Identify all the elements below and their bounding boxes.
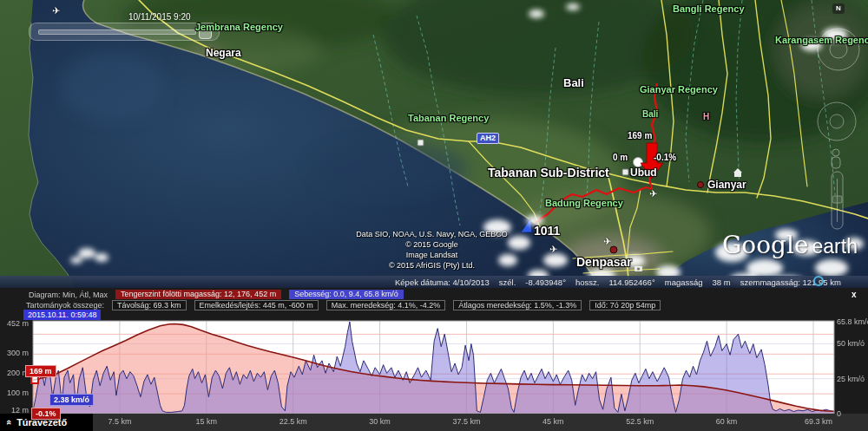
x-axis-end-tick: 69.3 km <box>772 417 832 426</box>
imagery-date: Képek dátuma: 4/10/2013 <box>395 278 490 287</box>
pegman-icon <box>832 149 840 168</box>
speed-axis-tick: 25 km/ó <box>837 375 868 383</box>
cursor-speed-badge: 2.38 km/ó <box>49 394 94 406</box>
tabanan-town-icon <box>418 140 424 146</box>
time-slider-track[interactable] <box>38 29 196 35</box>
elevation-axis-tick: 300 m <box>0 349 29 357</box>
elevation-profile-panel: Diagram: Min, Átl, Max Tengerszint fölöt… <box>0 288 868 431</box>
highway-ah2-badge: AH2 <box>477 133 499 144</box>
x-axis-tick: 22.5 km <box>272 417 315 426</box>
map-view[interactable]: 10/11/2015 9:20 N ✈ ✈ ✈ ✈ H AH2 Jembrana… <box>0 0 868 288</box>
airplane-icon: ✈ <box>603 236 611 247</box>
copyright-line: © 2015 Google <box>330 239 534 250</box>
google-earth-logo: Googleearth <box>722 231 858 259</box>
track-datetime-badge: 2015.10.11. 0:59:48 <box>23 310 101 320</box>
speed-axis-tick: 0 <box>837 409 868 418</box>
x-axis-tick: 60 km <box>705 417 748 426</box>
elevation-label: magasság <box>665 278 703 287</box>
sea-glint-2 <box>312 141 469 197</box>
ubud-town-icon <box>622 169 628 175</box>
longitude-value: 114.952466° <box>608 278 654 287</box>
compass-north-button[interactable]: N <box>832 3 845 14</box>
elevation-axis-tick: 12 m <box>0 406 29 415</box>
hospital-icon: H <box>703 112 709 121</box>
copyright-line: Image Landsat <box>330 250 534 260</box>
latitude-label: szél. <box>499 278 516 287</box>
speed-axis-tick: 65.8 km/ó <box>837 317 868 326</box>
longitude-label: hossz. <box>575 278 599 287</box>
copyright-block: Data SIO, NOAA, U.S. Navy, NGA, GEBCO © … <box>330 229 534 271</box>
sea-glint <box>61 52 165 121</box>
x-axis-tick: 52.5 km <box>618 417 661 426</box>
eye-altitude: szemmagasság: 121.95 km <box>740 278 841 287</box>
x-axis-tick: 37.5 km <box>444 417 488 426</box>
airplane-icon: ✈ <box>52 5 60 16</box>
elevation-axis-tick: 452 m <box>0 319 29 328</box>
elevation-axis-tick: 100 m <box>0 389 29 397</box>
airplane-icon: ✈ <box>649 188 657 199</box>
gianyar-dot <box>698 182 704 188</box>
x-axis-tick: 30 km <box>358 417 402 426</box>
time-slider[interactable] <box>29 23 220 41</box>
time-display: 10/11/2015 9:20 <box>128 12 191 22</box>
streaming-eye-icon <box>813 276 824 286</box>
cursor-elevation-badge: 169 m <box>25 365 56 377</box>
airplane-icon: ✈ <box>549 244 557 255</box>
track-start-dot <box>634 158 643 167</box>
speed-axis-tick: 50 km/ó <box>837 339 868 348</box>
x-axis-tick: 15 km <box>185 417 228 426</box>
denpasar-dot <box>610 246 617 253</box>
x-axis-tick: 7.5 km <box>98 417 141 426</box>
latitude-value: -8.493948° <box>525 278 566 287</box>
google-earth-window: 10/11/2015 9:20 N ✈ ✈ ✈ ✈ H AH2 Jembrana… <box>0 0 868 431</box>
cursor-grade-badge: -0.1% <box>31 408 61 420</box>
copyright-line: Data SIO, NOAA, U.S. Navy, NGA, GEBCO <box>330 229 534 239</box>
elevation-value: 38 m <box>713 278 731 287</box>
time-slider-handle[interactable] <box>199 24 212 39</box>
zoom-slider-handle <box>832 196 842 203</box>
x-axis-tick: 45 km <box>531 417 575 426</box>
copyright-line: © 2015 AfriGIS (Pty) Ltd. <box>330 260 534 271</box>
elevation-chart[interactable] <box>0 288 868 431</box>
status-bar: Képek dátuma: 4/10/2013 szél. -8.493948°… <box>0 276 868 288</box>
zoom-slider <box>832 172 843 229</box>
collapse-icon: « <box>4 420 15 425</box>
